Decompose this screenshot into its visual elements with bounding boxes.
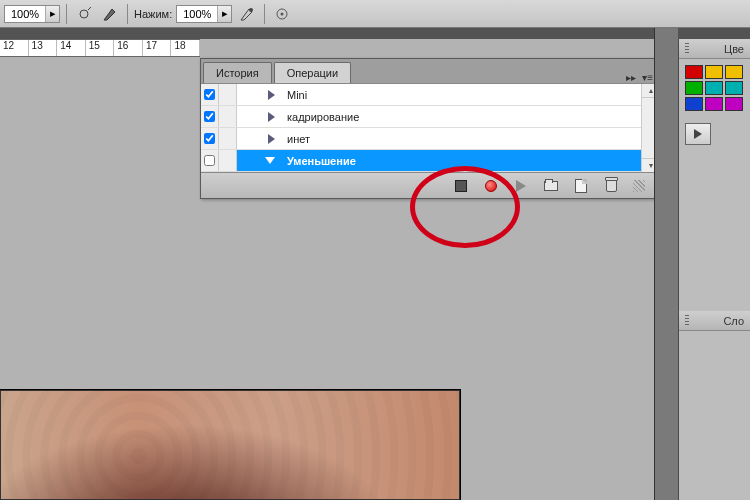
ruler-tick: 14 <box>57 40 86 56</box>
action-row[interactable]: Mini <box>201 84 641 106</box>
triangle-right-icon <box>268 90 275 100</box>
pressure-dropdown-arrow[interactable]: ▸ <box>217 6 231 22</box>
trash-icon <box>606 179 617 192</box>
toggle-checkbox[interactable] <box>201 84 219 105</box>
tablet-pressure-opacity-icon[interactable] <box>99 3 121 25</box>
toggle-checkbox[interactable] <box>201 128 219 149</box>
ruler-tick: 13 <box>29 40 58 56</box>
layers-tab-label: Сло <box>723 315 744 327</box>
stop-icon <box>455 180 467 192</box>
divider <box>127 4 128 24</box>
record-icon <box>485 180 497 192</box>
expand-toggle[interactable] <box>237 84 281 105</box>
action-label: Mini <box>281 84 641 105</box>
play-icon <box>516 180 526 192</box>
sidebar-play-button[interactable] <box>685 123 711 145</box>
swatch-yellow[interactable] <box>705 65 723 79</box>
panel-tabbar: История Операции ▸▸ ▾≡ <box>201 59 659 83</box>
swatch-cyan2[interactable] <box>725 81 743 95</box>
dialog-toggle[interactable] <box>219 106 237 127</box>
swatch-cyan[interactable] <box>705 81 723 95</box>
swatch-magenta2[interactable] <box>725 97 743 111</box>
ruler-tick: 17 <box>143 40 172 56</box>
triangle-down-icon <box>265 157 275 164</box>
play-icon <box>694 129 702 139</box>
layers-tab[interactable]: Сло <box>679 311 750 331</box>
action-label: Уменьшение <box>281 150 641 171</box>
divider <box>66 4 67 24</box>
tab-actions[interactable]: Операции <box>274 62 351 83</box>
new-action-button[interactable] <box>573 178 589 194</box>
actions-list: Mini кадрирование инет Уменьшение <box>201 83 659 172</box>
dialog-toggle[interactable] <box>219 84 237 105</box>
record-button[interactable] <box>483 178 499 194</box>
color-tab[interactable]: Цве <box>679 39 750 59</box>
triangle-right-icon <box>268 112 275 122</box>
dialog-toggle[interactable] <box>219 150 237 171</box>
expand-toggle[interactable] <box>237 106 281 127</box>
zoom-value: 100% <box>5 8 45 20</box>
action-label: кадрирование <box>281 106 641 127</box>
action-label: инет <box>281 128 641 149</box>
zoom-dropdown-arrow[interactable]: ▸ <box>45 6 59 22</box>
new-document-icon <box>575 179 587 193</box>
pressure-field[interactable]: 100% ▸ <box>176 5 232 23</box>
swatch-blue[interactable] <box>685 97 703 111</box>
airbrush-icon[interactable] <box>73 3 95 25</box>
swatch-red[interactable] <box>685 65 703 79</box>
actions-footer <box>201 172 659 198</box>
swatch-magenta[interactable] <box>705 97 723 111</box>
panel-menu-icon[interactable]: ▾≡ <box>642 72 653 83</box>
grip-icon <box>685 315 689 327</box>
swatch-yellow2[interactable] <box>725 65 743 79</box>
folder-icon <box>544 181 558 191</box>
dark-spacer <box>0 28 750 39</box>
tablet-pressure-size-icon[interactable] <box>236 3 258 25</box>
document-canvas[interactable] <box>0 390 460 500</box>
tab-history[interactable]: История <box>203 62 272 83</box>
zoom-field[interactable]: 100% ▸ <box>4 5 60 23</box>
ruler-tick: 16 <box>114 40 143 56</box>
pressure-value: 100% <box>177 8 217 20</box>
options-toolbar: 100% ▸ Нажим: 100% ▸ <box>0 0 750 28</box>
action-row-selected[interactable]: Уменьшение <box>201 150 641 172</box>
divider <box>264 4 265 24</box>
stop-button[interactable] <box>453 178 469 194</box>
color-tab-label: Цве <box>724 43 744 55</box>
actions-panel: История Операции ▸▸ ▾≡ Mini кадрирование <box>200 58 660 199</box>
svg-point-0 <box>80 10 88 18</box>
toggle-checkbox[interactable] <box>201 150 219 171</box>
dialog-toggle[interactable] <box>219 128 237 149</box>
action-row[interactable]: инет <box>201 128 641 150</box>
dock-strip <box>654 28 678 500</box>
action-row[interactable]: кадрирование <box>201 106 641 128</box>
ruler-tick: 15 <box>86 40 115 56</box>
play-button[interactable] <box>513 178 529 194</box>
swatch-green[interactable] <box>685 81 703 95</box>
svg-point-2 <box>249 8 253 12</box>
right-sidebar: Цве Сло <box>678 39 750 500</box>
delete-button[interactable] <box>603 178 619 194</box>
toggle-checkbox[interactable] <box>201 106 219 127</box>
color-swatches <box>679 59 750 117</box>
expand-toggle[interactable] <box>237 150 281 171</box>
ruler-tick: 18 <box>171 40 200 56</box>
panel-expand-icon[interactable]: ▸▸ <box>626 72 636 83</box>
resize-grip-icon[interactable] <box>633 180 645 192</box>
pressure-label: Нажим: <box>134 8 172 20</box>
grip-icon <box>685 43 689 55</box>
new-set-button[interactable] <box>543 178 559 194</box>
svg-line-1 <box>88 7 91 10</box>
triangle-right-icon <box>268 134 275 144</box>
target-icon[interactable] <box>271 3 293 25</box>
expand-toggle[interactable] <box>237 128 281 149</box>
horizontal-ruler: 12 13 14 15 16 17 18 <box>0 39 200 57</box>
svg-point-4 <box>281 12 284 15</box>
ruler-tick: 12 <box>0 40 29 56</box>
